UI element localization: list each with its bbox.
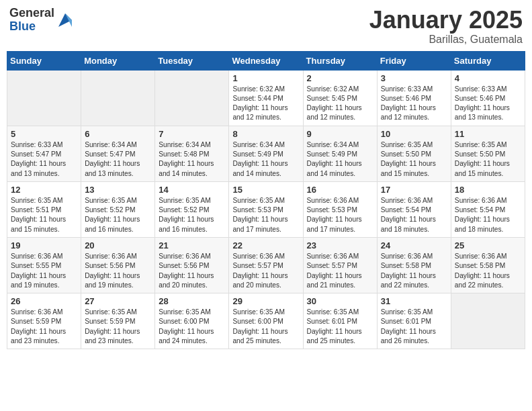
day-number: 20	[85, 240, 151, 250]
cell-content: Sunrise: 6:35 AM Sunset: 6:00 PM Dayligh…	[232, 308, 299, 346]
cell-content: Sunrise: 6:35 AM Sunset: 5:50 PM Dayligh…	[455, 140, 521, 179]
calendar-table: SundayMondayTuesdayWednesdayThursdayFrid…	[7, 51, 525, 350]
page-header: General Blue January 2025 Barillas, Guat…	[7, 7, 525, 46]
calendar-cell: 6Sunrise: 6:34 AM Sunset: 5:47 PM Daylig…	[81, 126, 155, 181]
logo-icon	[56, 11, 75, 30]
day-number: 13	[85, 185, 151, 195]
week-row-2: 5Sunrise: 6:33 AM Sunset: 5:47 PM Daylig…	[7, 126, 525, 181]
calendar-cell: 22Sunrise: 6:36 AM Sunset: 5:57 PM Dayli…	[229, 237, 303, 293]
day-number: 23	[307, 240, 373, 250]
header-sunday: Sunday	[7, 51, 81, 70]
week-row-4: 19Sunrise: 6:36 AM Sunset: 5:55 PM Dayli…	[7, 237, 525, 293]
cell-content: Sunrise: 6:33 AM Sunset: 5:47 PM Dayligh…	[11, 140, 77, 179]
cell-content: Sunrise: 6:33 AM Sunset: 5:46 PM Dayligh…	[381, 85, 447, 123]
day-number: 26	[11, 296, 77, 306]
day-number: 16	[307, 185, 373, 195]
calendar-cell: 2Sunrise: 6:32 AM Sunset: 5:45 PM Daylig…	[303, 70, 377, 126]
logo: General Blue	[9, 7, 75, 34]
day-number: 19	[11, 240, 77, 250]
cell-content: Sunrise: 6:34 AM Sunset: 5:47 PM Dayligh…	[85, 140, 151, 179]
header-saturday: Saturday	[451, 51, 525, 70]
day-number: 27	[85, 296, 151, 306]
logo-general-text: General	[9, 7, 54, 20]
cell-content: Sunrise: 6:35 AM Sunset: 6:01 PM Dayligh…	[381, 308, 447, 346]
calendar-cell: 21Sunrise: 6:36 AM Sunset: 5:56 PM Dayli…	[155, 237, 229, 293]
day-number: 29	[232, 296, 299, 306]
calendar-cell: 29Sunrise: 6:35 AM Sunset: 6:00 PM Dayli…	[229, 293, 303, 349]
cell-content: Sunrise: 6:36 AM Sunset: 5:57 PM Dayligh…	[232, 252, 299, 290]
calendar-cell	[81, 70, 155, 126]
day-number: 18	[455, 185, 521, 195]
calendar-cell: 17Sunrise: 6:36 AM Sunset: 5:54 PM Dayli…	[377, 181, 451, 237]
day-number: 7	[159, 129, 225, 139]
cell-content: Sunrise: 6:36 AM Sunset: 5:58 PM Dayligh…	[381, 252, 447, 290]
header-friday: Friday	[377, 51, 451, 70]
calendar-cell: 19Sunrise: 6:36 AM Sunset: 5:55 PM Dayli…	[7, 237, 81, 293]
day-number: 5	[11, 129, 77, 139]
cell-content: Sunrise: 6:35 AM Sunset: 5:52 PM Dayligh…	[159, 196, 225, 234]
day-number: 15	[232, 185, 299, 195]
day-number: 8	[232, 129, 299, 139]
calendar-cell: 20Sunrise: 6:36 AM Sunset: 5:56 PM Dayli…	[81, 237, 155, 293]
day-number: 9	[307, 129, 373, 139]
cell-content: Sunrise: 6:34 AM Sunset: 5:49 PM Dayligh…	[307, 140, 373, 179]
day-number: 21	[159, 240, 225, 250]
day-number: 17	[381, 185, 447, 195]
calendar-cell: 4Sunrise: 6:33 AM Sunset: 5:46 PM Daylig…	[451, 70, 525, 126]
day-number: 2	[307, 73, 373, 83]
cell-content: Sunrise: 6:35 AM Sunset: 5:51 PM Dayligh…	[11, 196, 77, 234]
calendar-cell: 8Sunrise: 6:34 AM Sunset: 5:49 PM Daylig…	[229, 126, 303, 181]
calendar-cell: 25Sunrise: 6:36 AM Sunset: 5:58 PM Dayli…	[451, 237, 525, 293]
day-number: 30	[307, 296, 373, 306]
day-number: 6	[85, 129, 151, 139]
cell-content: Sunrise: 6:36 AM Sunset: 5:56 PM Dayligh…	[85, 252, 151, 290]
header-wednesday: Wednesday	[229, 51, 303, 70]
day-number: 11	[455, 129, 521, 139]
cell-content: Sunrise: 6:36 AM Sunset: 5:55 PM Dayligh…	[11, 252, 77, 290]
title-block: January 2025 Barillas, Guatemala	[369, 7, 523, 46]
cell-content: Sunrise: 6:35 AM Sunset: 5:52 PM Dayligh…	[85, 196, 151, 234]
day-number: 24	[381, 240, 447, 250]
day-number: 10	[381, 129, 447, 139]
header-thursday: Thursday	[303, 51, 377, 70]
cell-content: Sunrise: 6:34 AM Sunset: 5:49 PM Dayligh…	[232, 140, 299, 179]
cell-content: Sunrise: 6:33 AM Sunset: 5:46 PM Dayligh…	[455, 85, 521, 123]
day-number: 1	[232, 73, 299, 83]
calendar-cell	[7, 70, 81, 126]
day-number: 22	[232, 240, 299, 250]
calendar-cell: 16Sunrise: 6:36 AM Sunset: 5:53 PM Dayli…	[303, 181, 377, 237]
calendar-cell: 24Sunrise: 6:36 AM Sunset: 5:58 PM Dayli…	[377, 237, 451, 293]
calendar-cell: 12Sunrise: 6:35 AM Sunset: 5:51 PM Dayli…	[7, 181, 81, 237]
cell-content: Sunrise: 6:35 AM Sunset: 5:59 PM Dayligh…	[85, 308, 151, 346]
cell-content: Sunrise: 6:36 AM Sunset: 5:58 PM Dayligh…	[455, 252, 521, 290]
cell-content: Sunrise: 6:35 AM Sunset: 5:53 PM Dayligh…	[232, 196, 299, 234]
calendar-cell: 23Sunrise: 6:36 AM Sunset: 5:57 PM Dayli…	[303, 237, 377, 293]
calendar-cell	[451, 293, 525, 349]
cell-content: Sunrise: 6:36 AM Sunset: 5:57 PM Dayligh…	[307, 252, 373, 290]
cell-content: Sunrise: 6:35 AM Sunset: 6:00 PM Dayligh…	[159, 308, 225, 346]
day-number: 25	[455, 240, 521, 250]
day-number: 4	[455, 73, 521, 83]
cell-content: Sunrise: 6:36 AM Sunset: 5:59 PM Dayligh…	[11, 308, 77, 346]
day-number: 14	[159, 185, 225, 195]
cell-content: Sunrise: 6:36 AM Sunset: 5:54 PM Dayligh…	[455, 196, 521, 234]
calendar-cell: 13Sunrise: 6:35 AM Sunset: 5:52 PM Dayli…	[81, 181, 155, 237]
calendar-cell: 27Sunrise: 6:35 AM Sunset: 5:59 PM Dayli…	[81, 293, 155, 349]
calendar-cell: 28Sunrise: 6:35 AM Sunset: 6:00 PM Dayli…	[155, 293, 229, 349]
calendar-cell	[155, 70, 229, 126]
cell-content: Sunrise: 6:36 AM Sunset: 5:53 PM Dayligh…	[307, 196, 373, 234]
cell-content: Sunrise: 6:34 AM Sunset: 5:48 PM Dayligh…	[159, 140, 225, 179]
calendar-cell: 31Sunrise: 6:35 AM Sunset: 6:01 PM Dayli…	[377, 293, 451, 349]
calendar-cell: 7Sunrise: 6:34 AM Sunset: 5:48 PM Daylig…	[155, 126, 229, 181]
day-number: 3	[381, 73, 447, 83]
calendar-cell: 15Sunrise: 6:35 AM Sunset: 5:53 PM Dayli…	[229, 181, 303, 237]
day-number: 31	[381, 296, 447, 306]
day-number: 28	[159, 296, 225, 306]
calendar-header: SundayMondayTuesdayWednesdayThursdayFrid…	[7, 51, 525, 70]
calendar-cell: 3Sunrise: 6:33 AM Sunset: 5:46 PM Daylig…	[377, 70, 451, 126]
logo-blue-text: Blue	[9, 20, 54, 34]
week-row-1: 1Sunrise: 6:32 AM Sunset: 5:44 PM Daylig…	[7, 70, 525, 126]
header-monday: Monday	[81, 51, 155, 70]
day-number: 12	[11, 185, 77, 195]
week-row-5: 26Sunrise: 6:36 AM Sunset: 5:59 PM Dayli…	[7, 293, 525, 349]
